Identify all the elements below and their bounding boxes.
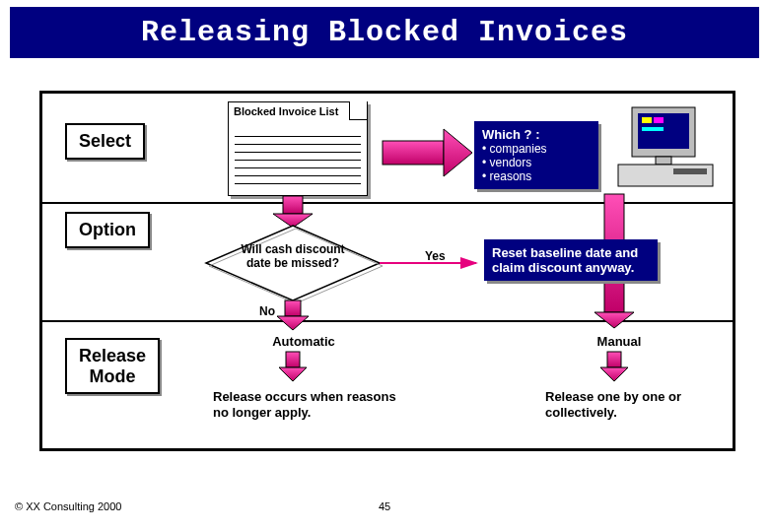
computer-icon [614, 101, 725, 196]
selection-criteria-box: Which ? : • companies • vendors • reason… [474, 121, 598, 189]
mode-manual-label: Manual [580, 334, 659, 349]
decision-question: Will cash discount date be missed? [239, 243, 347, 271]
doc-lines-icon [235, 136, 361, 191]
section-label-release: Release Mode [65, 338, 160, 394]
svg-rect-21 [607, 352, 621, 367]
section-label-select: Select [65, 123, 145, 160]
svg-rect-5 [642, 117, 652, 123]
section-label-option: Option [65, 212, 150, 248]
svg-rect-3 [618, 165, 713, 186]
svg-marker-9 [444, 129, 472, 176]
svg-rect-8 [383, 141, 444, 165]
svg-rect-7 [642, 127, 664, 131]
svg-rect-10 [283, 196, 303, 214]
reset-action-box: Reset baseline date and claim discount a… [484, 239, 658, 281]
svg-rect-17 [285, 300, 301, 316]
svg-rect-19 [286, 352, 300, 367]
criteria-head: Which ? : [482, 127, 591, 142]
criteria-item-1: • vendors [482, 156, 591, 169]
criteria-item-0: • companies [482, 142, 591, 156]
mode-automatic-label: Automatic [259, 334, 348, 349]
svg-rect-2 [656, 157, 671, 165]
mode-automatic-note: Release occurs when reasons no longer ap… [213, 389, 400, 420]
svg-marker-11 [273, 214, 313, 228]
divider-1 [42, 202, 733, 204]
mode-manual-note: Release one by one or collectively. [545, 389, 713, 420]
invoice-list-doc-icon: Blocked Invoice List [228, 101, 368, 196]
page-title: Releasing Blocked Invoices [10, 7, 759, 58]
divider-2 [42, 320, 733, 322]
svg-rect-6 [654, 117, 664, 123]
decision-no-label: No [259, 304, 275, 318]
flow-diagram: Select Option Release Mode Blocked Invoi… [39, 91, 735, 451]
criteria-item-2: • reasons [482, 169, 591, 183]
page-number: 45 [0, 500, 769, 512]
decision-yes-label: Yes [425, 249, 446, 263]
svg-rect-4 [673, 168, 707, 174]
svg-marker-18 [277, 316, 309, 330]
svg-marker-20 [279, 367, 307, 381]
svg-marker-22 [600, 367, 628, 381]
doc-title: Blocked Invoice List [229, 102, 367, 117]
